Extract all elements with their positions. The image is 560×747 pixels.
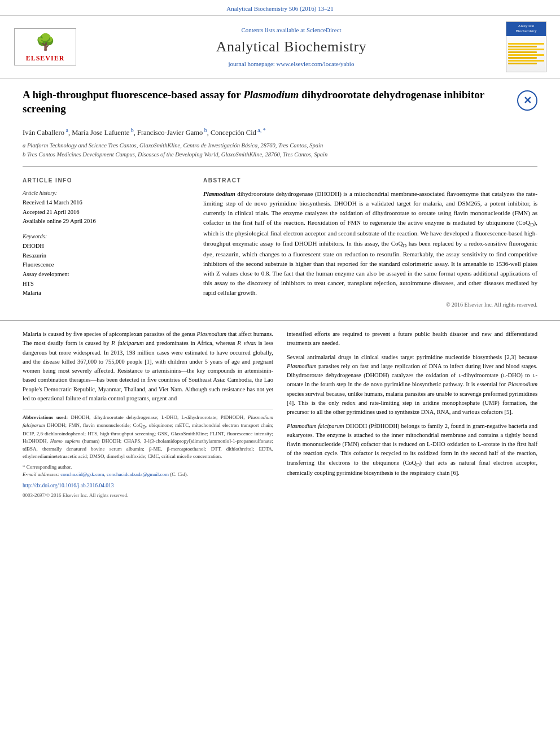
article-info-column: ARTICLE INFO Article history: Received 1… (23, 177, 190, 309)
title-italic: Plasmodium (243, 89, 299, 101)
stripe-3 (508, 49, 544, 50)
footnote-abbreviations: Abbreviations used: DHODH, dihydroorotat… (23, 414, 273, 461)
journal-thumbnail: AnalyticalBiochemistry (506, 21, 546, 72)
journal-thumbnail-area: AnalyticalBiochemistry (504, 21, 549, 72)
stripe-8 (508, 63, 537, 64)
body-para-1: Malaria is caused by five species of api… (23, 330, 273, 403)
tree-icon: 🌳 (36, 31, 55, 53)
author-4-sup: a, * (256, 127, 266, 133)
body-right-column: intensified efforts are required to prev… (287, 330, 537, 499)
body-two-columns: Malaria is caused by five species of api… (23, 330, 537, 499)
abstract-heading: ABSTRACT (203, 177, 537, 185)
title-text-1: A high-throughput fluorescence-based ass… (23, 89, 243, 101)
available-date: Available online 29 April 2016 (23, 217, 190, 226)
email-1[interactable]: concha.cid@gsk.com (60, 471, 104, 477)
abstract-body: dihydroorotate dehydrogenase (DHODH) is … (203, 190, 537, 296)
journal-title: Analytical Biochemistry (88, 37, 495, 57)
abstract-text: Plasmodium dihydroorotate dehydrogenase … (203, 189, 537, 298)
homepage-link[interactable]: www.elsevier.com/locate/yabio (276, 60, 354, 67)
body-right-para-1: intensified efforts are required to prev… (287, 330, 537, 348)
keyword-3: Fluorescence (23, 261, 190, 269)
footnote-corresponding: * Corresponding author. (23, 464, 273, 471)
paper-section: A high-throughput fluorescence-based ass… (0, 79, 560, 313)
author-3: , Francisco-Javier Gamo (134, 129, 203, 137)
author-1: Iván Caballero (23, 129, 64, 137)
doi-link[interactable]: http://dx.doi.org/10.1016/j.ab.2016.04.0… (23, 482, 273, 490)
article-info-heading: ARTICLE INFO (23, 177, 190, 185)
section-divider (23, 166, 537, 167)
keyword-2: Resazurin (23, 252, 190, 260)
email-2[interactable]: conchacidcalzada@gmail.com (107, 471, 169, 477)
body-left-column: Malaria is caused by five species of api… (23, 330, 273, 499)
thumb-title: AnalyticalBiochemistry (506, 22, 546, 36)
title-area: A high-throughput fluorescence-based ass… (23, 88, 511, 121)
issn-line: 0003-2697/© 2016 Elsevier Inc. All right… (23, 492, 273, 499)
journal-info-center: Contents lists available at ScienceDirec… (88, 26, 495, 68)
affiliations: a Platform Technology and Science Tres C… (23, 141, 537, 159)
paper-title: A high-throughput fluorescence-based ass… (23, 88, 511, 116)
homepage-label: journal homepage: (229, 60, 275, 67)
elsevier-logo: 🌳 ELSEVIER (14, 28, 76, 65)
journal-header: 🌳 ELSEVIER Contents lists available at S… (0, 16, 560, 79)
accepted-date: Accepted 21 April 2016 (23, 208, 190, 217)
body-right-para-2: Several antimalarial drugs in clinical s… (287, 353, 537, 417)
stripe-1 (508, 43, 544, 45)
keyword-6: Malaria (23, 289, 190, 298)
crossmark-logo[interactable]: ✕ (517, 90, 537, 111)
footnote-section: Abbreviations used: DHODH, dihydroorotat… (23, 409, 273, 499)
stripe-2 (508, 46, 537, 47)
affiliation-b: b Tres Cantos Medicines Development Camp… (23, 150, 537, 159)
elsevier-text: ELSEVIER (26, 54, 65, 63)
contents-label: Contents lists available at (241, 27, 305, 33)
stripe-4 (508, 51, 537, 53)
journal-homepage: journal homepage: www.elsevier.com/locat… (88, 60, 495, 68)
affiliation-a: a Platform Technology and Science Tres C… (23, 141, 537, 150)
footnote-emails: E-mail addresses: concha.cid@gsk.com, co… (23, 471, 273, 479)
keywords-section: Keywords: DHODH Resazurin Fluorescence A… (23, 233, 190, 298)
keyword-4: Assay development (23, 270, 190, 279)
author-3-sup: b (203, 127, 207, 133)
info-abstract-section: ARTICLE INFO Article history: Received 1… (23, 172, 537, 313)
sciencedirect-link[interactable]: ScienceDirect (307, 27, 342, 33)
keywords-label: Keywords: (23, 233, 190, 241)
stripe-6 (508, 57, 537, 59)
thumb-stripes (506, 36, 546, 72)
elsevier-logo-area: 🌳 ELSEVIER (11, 28, 79, 65)
body-section: Malaria is caused by five species of api… (0, 320, 560, 508)
author-1-sup: a (64, 127, 68, 133)
author-2: , María Jose Lafuente (68, 129, 129, 137)
keyword-5: HTS (23, 280, 190, 289)
journal-citation: Analytical Biochemistry 506 (2016) 13–21 (0, 0, 560, 16)
abstract-column: ABSTRACT Plasmodium dihydroorotate dehyd… (203, 177, 537, 309)
body-right-para-3: Plasmodium falciparum DHODH (PfDHODH) be… (287, 422, 537, 478)
copyright-line: © 2016 Elsevier Inc. All rights reserved… (203, 301, 537, 309)
body-left-text: Malaria is caused by five species of api… (23, 330, 273, 403)
history-label: Article history: (23, 189, 190, 197)
abbrev-label: Abbreviations used: (23, 414, 68, 420)
contents-available-line: Contents lists available at ScienceDirec… (88, 26, 495, 34)
email-name: (C. Cid). (170, 471, 188, 477)
author-2-sup: b (129, 127, 134, 133)
citation-text: Analytical Biochemistry 506 (2016) 13–21 (226, 5, 333, 12)
stripe-5 (508, 54, 544, 56)
body-right-text: intensified efforts are required to prev… (287, 330, 537, 478)
abstract-italic-start: Plasmodium (203, 190, 235, 197)
stripe-7 (508, 60, 544, 62)
keyword-1: DHODH (23, 242, 190, 251)
author-4: , Concepción Cid (207, 129, 256, 137)
received-date: Received 14 March 2016 (23, 199, 190, 207)
authors-line: Iván Caballero a, María Jose Lafuente b,… (23, 126, 537, 138)
